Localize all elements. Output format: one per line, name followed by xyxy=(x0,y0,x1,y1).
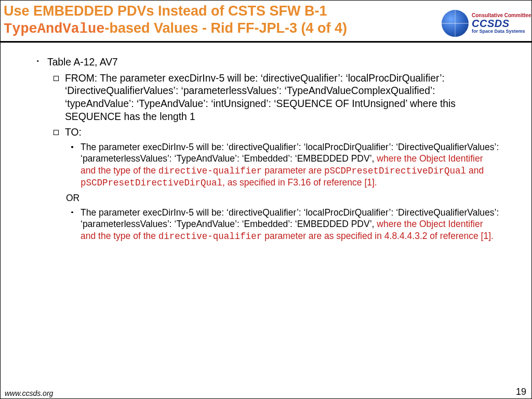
logo-brand: CCSDS xyxy=(472,18,531,29)
to-option-1-red-3: and xyxy=(466,165,484,176)
item-heading: Table A-12, AV7 xyxy=(47,57,118,68)
to-option-1-mono-1: directive-qualifier xyxy=(158,166,262,176)
globe-icon xyxy=(442,10,469,37)
title-line-2: -based Values - Rid FF-JPL-3 (4 of 4) xyxy=(104,20,347,36)
slide-footer: www.ccsds.org 19 xyxy=(1,386,531,398)
page-number: 19 xyxy=(516,387,526,397)
from-label: FROM: xyxy=(65,73,100,84)
list-item: The parameter execDirInv-5 will be: ‘dir… xyxy=(65,207,500,242)
sub-list: FROM: The parameter execDirInv-5 will be… xyxy=(47,72,500,243)
logo-tagline-2: for Space Data Systems xyxy=(472,29,531,34)
list-item: Table A-12, AV7 FROM: The parameter exec… xyxy=(32,56,500,242)
list-item: FROM: The parameter execDirInv-5 will be… xyxy=(47,72,500,124)
to-option-1-mono-2: pSCDPresetDirectiveDirQual xyxy=(324,166,466,176)
sub-sub-list: The parameter execDirInv-5 will be: ‘dir… xyxy=(65,141,500,242)
title-line-1: Use EMBEDDED PDVs Instead of CSTS SFW B-… xyxy=(4,3,327,19)
from-text: The parameter execDirInv-5 will be: ‘dir… xyxy=(65,73,456,122)
bullet-list: Table A-12, AV7 FROM: The parameter exec… xyxy=(32,56,500,242)
or-label: OR xyxy=(66,192,500,204)
list-item: The parameter execDirInv-5 will be: ‘dir… xyxy=(65,141,500,189)
to-option-1-mono-3: pSCDPresetDirectiveDirQual xyxy=(81,178,222,188)
to-option-2-mono-1: directive-qualifier xyxy=(158,231,262,242)
footer-url: www.ccsds.org xyxy=(5,389,53,397)
to-option-1-red-4: , as specified in F3.16 of reference [1]… xyxy=(222,177,377,188)
title-code: TypeAndValue xyxy=(4,21,104,37)
slide: Use EMBEDDED PDVs Instead of CSTS SFW B-… xyxy=(0,0,532,399)
slide-body: Table A-12, AV7 FROM: The parameter exec… xyxy=(1,43,531,250)
list-item: OR xyxy=(65,192,500,204)
ccsds-logo: Consultative Committee CCSDS for Space D… xyxy=(442,8,527,39)
to-option-1-red-2: parameter are xyxy=(262,165,324,176)
to-label: TO: xyxy=(65,127,82,138)
to-option-2-red-2: parameter are as specified in 4.8.4.4.3.… xyxy=(262,231,494,241)
logo-text: Consultative Committee CCSDS for Space D… xyxy=(472,13,531,34)
slide-header: Use EMBEDDED PDVs Instead of CSTS SFW B-… xyxy=(1,1,531,43)
list-item: TO: The parameter execDirInv-5 will be: … xyxy=(47,126,500,242)
